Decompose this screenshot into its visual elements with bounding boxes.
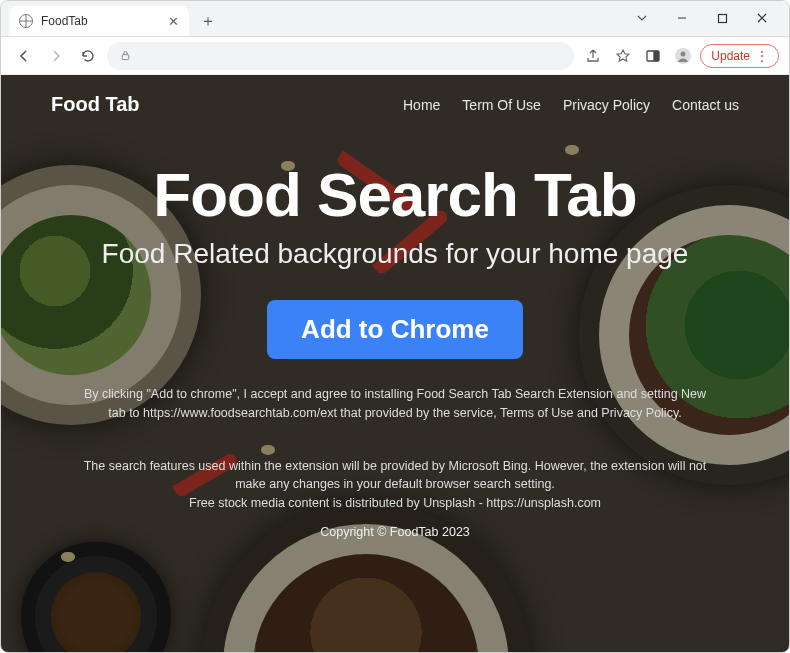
toolbar-actions: Update ⋮ <box>580 43 779 69</box>
bookmark-icon[interactable] <box>610 43 636 69</box>
svg-rect-3 <box>654 51 659 61</box>
nav-link-privacy[interactable]: Privacy Policy <box>563 97 650 113</box>
back-button[interactable] <box>11 43 37 69</box>
hero-title: Food Search Tab <box>153 164 636 226</box>
minimize-button[interactable] <box>663 4 701 32</box>
update-button[interactable]: Update ⋮ <box>700 44 779 68</box>
window-controls <box>623 4 781 32</box>
site-logo[interactable]: Food Tab <box>51 93 140 116</box>
browser-toolbar: Update ⋮ <box>1 37 789 75</box>
profile-icon[interactable] <box>670 43 696 69</box>
copyright-text: Copyright © FoodTab 2023 <box>320 525 470 539</box>
svg-rect-1 <box>122 55 129 60</box>
nav-links: Home Term Of Use Privacy Policy Contact … <box>403 97 739 113</box>
menu-dots-icon: ⋮ <box>756 49 768 63</box>
browser-window: FoodTab ✕ ＋ Update ⋮ <box>0 0 790 653</box>
globe-icon <box>19 14 33 28</box>
close-button[interactable] <box>743 4 781 32</box>
hero-section: Food Search Tab Food Related backgrounds… <box>1 134 789 652</box>
nav-link-home[interactable]: Home <box>403 97 440 113</box>
update-label: Update <box>711 49 750 63</box>
footnote-text: The search features used within the exte… <box>75 457 715 513</box>
overlay: Food Tab Home Term Of Use Privacy Policy… <box>1 75 789 652</box>
add-to-chrome-button[interactable]: Add to Chrome <box>267 300 523 359</box>
tab-title: FoodTab <box>41 14 88 28</box>
side-panel-icon[interactable] <box>640 43 666 69</box>
browser-tab[interactable]: FoodTab ✕ <box>9 6 189 36</box>
site-navbar: Food Tab Home Term Of Use Privacy Policy… <box>1 75 789 134</box>
svg-rect-0 <box>718 14 726 22</box>
maximize-button[interactable] <box>703 4 741 32</box>
page-content: Food Tab Home Term Of Use Privacy Policy… <box>1 75 789 652</box>
nav-link-terms[interactable]: Term Of Use <box>462 97 541 113</box>
lock-icon <box>119 49 132 62</box>
address-bar[interactable] <box>107 42 574 70</box>
new-tab-button[interactable]: ＋ <box>195 8 221 34</box>
nav-link-contact[interactable]: Contact us <box>672 97 739 113</box>
tab-close-icon[interactable]: ✕ <box>168 14 179 29</box>
disclaimer-text: By clicking "Add to chrome", I accept an… <box>75 385 715 423</box>
svg-point-5 <box>681 51 686 56</box>
share-icon[interactable] <box>580 43 606 69</box>
reload-button[interactable] <box>75 43 101 69</box>
titlebar: FoodTab ✕ ＋ <box>1 1 789 37</box>
hero-subtitle: Food Related backgrounds for your home p… <box>102 238 689 270</box>
chevron-down-icon[interactable] <box>623 4 661 32</box>
forward-button[interactable] <box>43 43 69 69</box>
